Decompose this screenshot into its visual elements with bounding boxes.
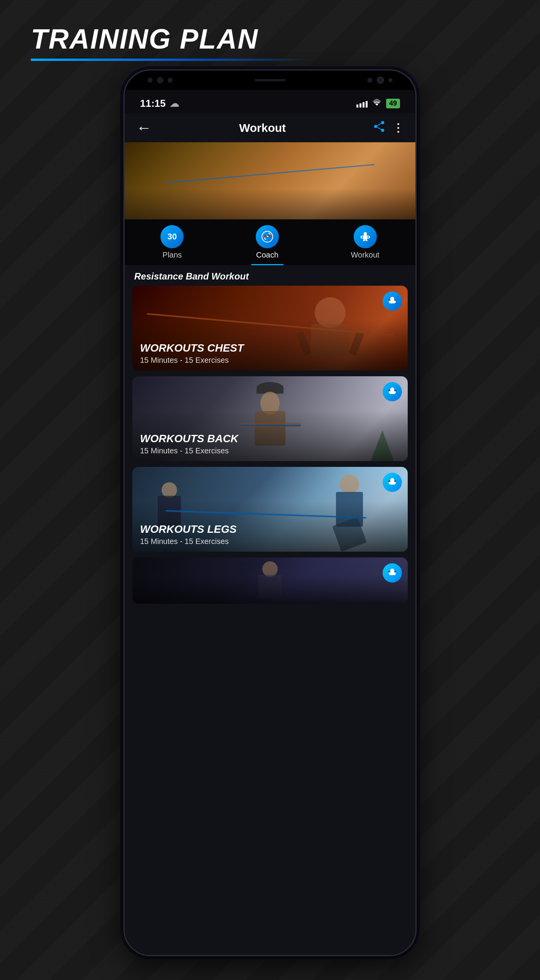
plans-icon-number: 30 (167, 232, 177, 242)
sensor-dot-4 (388, 78, 392, 82)
tab-workout[interactable]: Workout (339, 223, 391, 261)
card-title-back: WORKOUTS BACK (140, 433, 400, 445)
workout-card-back[interactable]: WORKOUTS BACK 15 Minutes - 15 Exercises (132, 376, 408, 461)
status-right: 49 (356, 99, 400, 109)
speaker-bar (255, 79, 285, 81)
svg-point-2 (381, 129, 384, 132)
status-left: 11:15 ☁ (140, 98, 179, 109)
svg-point-6 (264, 235, 267, 237)
wifi-icon (372, 99, 381, 109)
plans-icon-circle: 30 (160, 225, 184, 248)
battery-indicator: 49 (386, 99, 400, 108)
svg-point-9 (395, 299, 396, 301)
cloud-icon: ☁ (170, 98, 179, 109)
card-overlay-fourth (132, 557, 408, 604)
tab-navigation: 30 Plans (125, 219, 415, 265)
sensor-dot-3 (368, 78, 372, 83)
svg-line-4 (377, 127, 381, 130)
tab-coach[interactable]: Coach (244, 223, 290, 261)
tab-active-indicator (253, 264, 281, 265)
signal-bar-4 (366, 101, 368, 108)
svg-point-13 (395, 480, 396, 482)
tab-plans[interactable]: 30 Plans (149, 223, 195, 261)
svg-point-0 (381, 121, 384, 124)
sensor-dot-1 (148, 78, 152, 83)
card-subtitle-chest: 15 Minutes - 15 Exercises (140, 356, 400, 365)
card-badge-legs (383, 473, 402, 492)
signal-bar-3 (363, 102, 364, 108)
phone-wrapper: 11:15 ☁ (123, 69, 417, 956)
coach-tab-label: Coach (256, 251, 278, 259)
share-icon[interactable] (373, 121, 385, 135)
more-icon[interactable]: ⋮ (393, 121, 404, 134)
plans-tab-label: Plans (162, 251, 182, 259)
band-line (165, 164, 374, 183)
svg-point-14 (388, 571, 390, 573)
coach-icon-circle (256, 225, 279, 248)
workout-icon-circle (354, 225, 377, 248)
phone-screen: 11:15 ☁ (125, 71, 415, 955)
workout-cards-container: WORKOUTS CHEST 15 Minutes - 15 Exercises (125, 286, 415, 610)
camera-dot-front (157, 77, 163, 83)
battery-value: 49 (386, 99, 400, 108)
phone-frame: 11:15 ☁ (123, 69, 417, 956)
page-title: TRAINING PLAN (31, 23, 509, 55)
hero-overlay (125, 189, 415, 219)
app-topbar: ← Workout ⋮ (125, 113, 415, 142)
card-badge-back (383, 382, 402, 401)
back-button[interactable]: ← (136, 119, 152, 136)
status-bar: 11:15 ☁ (125, 90, 415, 113)
card-title-chest: WORKOUTS CHEST (140, 342, 400, 354)
time-display: 11:15 (140, 98, 166, 109)
section-label-text: Resistance Band Workout (134, 271, 249, 281)
workout-card-chest[interactable]: WORKOUTS CHEST 15 Minutes - 15 Exercises (132, 286, 408, 370)
card-content-chest: WORKOUTS CHEST 15 Minutes - 15 Exercises (132, 336, 408, 370)
card-badge-fourth (383, 563, 402, 583)
card-subtitle-back: 15 Minutes - 15 Exercises (140, 446, 400, 455)
topbar-icons: ⋮ (373, 121, 404, 135)
svg-point-11 (395, 390, 396, 391)
workout-card-fourth[interactable] (132, 557, 408, 604)
card-subtitle-legs: 15 Minutes - 15 Exercises (140, 537, 400, 546)
app-title-text: Workout (239, 121, 286, 135)
svg-point-1 (374, 125, 377, 128)
hero-bg (125, 142, 415, 219)
card-title-legs: WORKOUTS LEGS (140, 523, 400, 535)
signal-bars (356, 100, 368, 108)
svg-point-10 (388, 390, 390, 391)
svg-point-8 (388, 299, 390, 301)
card-content-back: WORKOUTS BACK 15 Minutes - 15 Exercises (132, 427, 408, 461)
workout-card-legs[interactable]: WORKOUTS LEGS 15 Minutes - 15 Exercises (132, 467, 408, 552)
signal-bar-1 (356, 104, 358, 108)
svg-point-12 (388, 480, 390, 482)
accent-line (31, 59, 320, 61)
svg-line-3 (377, 123, 381, 126)
svg-point-15 (395, 571, 396, 573)
signal-bar-2 (359, 103, 361, 108)
section-label: Resistance Band Workout (125, 265, 415, 286)
camera-dot-main (377, 77, 384, 84)
card-content-legs: WORKOUTS LEGS 15 Minutes - 15 Exercises (132, 517, 408, 552)
workout-tab-label: Workout (351, 251, 380, 259)
sensor-dot-2 (168, 78, 172, 83)
hero-banner (125, 142, 415, 219)
header-section: TRAINING PLAN (0, 0, 540, 69)
card-badge-chest (383, 291, 402, 311)
